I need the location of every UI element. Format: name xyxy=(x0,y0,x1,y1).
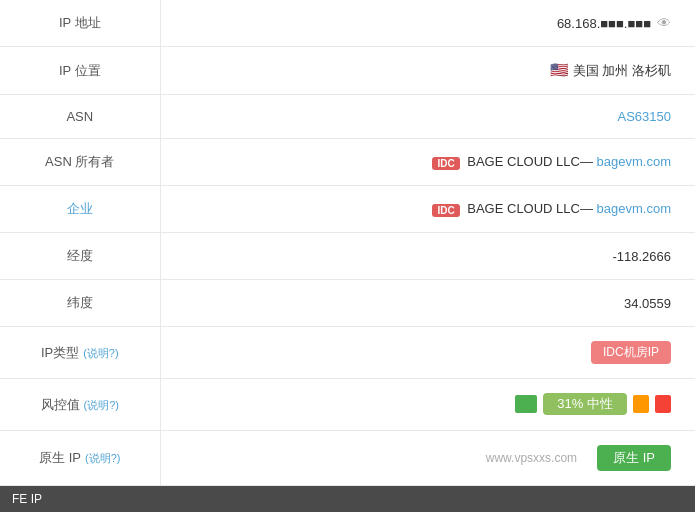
row-label-text-native-ip: 原生 IP xyxy=(39,450,81,465)
row-value-ip-location: 🇺🇸美国 加州 洛杉矶 xyxy=(160,47,695,95)
row-value-asn-owner: IDC BAGE CLOUD LLC— bagevm.com xyxy=(160,139,695,186)
company-link[interactable]: bagevm.com xyxy=(597,201,671,216)
ip-display: 68.168.■■■.■■■👁 xyxy=(177,15,672,31)
table-row-ip-location: IP 位置🇺🇸美国 加州 洛杉矶 xyxy=(0,47,695,95)
ip-text: 68.168.■■■.■■■ xyxy=(557,16,651,31)
row-label-risk-value: 风控值(说明?) xyxy=(0,379,160,431)
table-row-native-ip: 原生 IP(说明?)www.vpsxxs.com原生 IP xyxy=(0,431,695,486)
row-label-asn: ASN xyxy=(0,95,160,139)
company-link[interactable]: bagevm.com xyxy=(597,154,671,169)
row-label-native-ip: 原生 IP(说明?) xyxy=(0,431,160,486)
row-label-text-ip-type: IP类型 xyxy=(41,345,79,360)
row-label-longitude: 经度 xyxy=(0,233,160,280)
info-table: IP 地址68.168.■■■.■■■👁IP 位置🇺🇸美国 加州 洛杉矶ASNA… xyxy=(0,0,695,486)
idc-badge: IDC xyxy=(432,204,459,217)
risk-bar-red xyxy=(655,395,671,413)
table-row-asn: ASNAS63150 xyxy=(0,95,695,139)
value-text: 34.0559 xyxy=(624,296,671,311)
eye-icon[interactable]: 👁 xyxy=(657,15,671,31)
value-text: -118.2666 xyxy=(612,249,671,264)
row-label-ip-type: IP类型(说明?) xyxy=(0,327,160,379)
row-label-ip-address: IP 地址 xyxy=(0,0,160,47)
explain-link-native-ip[interactable]: (说明?) xyxy=(85,452,120,464)
row-label-link-enterprise[interactable]: 企业 xyxy=(67,201,93,216)
table-row-asn-owner: ASN 所有者IDC BAGE CLOUD LLC— bagevm.com xyxy=(0,139,695,186)
risk-bar-orange xyxy=(633,395,649,413)
table-row-latitude: 纬度34.0559 xyxy=(0,280,695,327)
native-ip-url: www.vpsxxs.com xyxy=(486,451,577,465)
row-value-ip-type: IDC机房IP xyxy=(160,327,695,379)
row-label-ip-location: IP 位置 xyxy=(0,47,160,95)
explain-link-ip-type[interactable]: (说明?) xyxy=(83,347,118,359)
explain-link-risk-value[interactable]: (说明?) xyxy=(84,399,119,411)
row-label-enterprise: 企业 xyxy=(0,186,160,233)
row-value-longitude: -118.2666 xyxy=(160,233,695,280)
ip-type-badge: IDC机房IP xyxy=(591,341,671,364)
table-row-longitude: 经度-118.2666 xyxy=(0,233,695,280)
row-value-enterprise: IDC BAGE CLOUD LLC— bagevm.com xyxy=(160,186,695,233)
native-ip-row: www.vpsxxs.com原生 IP xyxy=(177,445,672,471)
row-label-asn-owner: ASN 所有者 xyxy=(0,139,160,186)
flag-icon: 🇺🇸 xyxy=(550,61,569,78)
row-label-text-risk-value: 风控值 xyxy=(41,397,80,412)
location-text: 🇺🇸美国 加州 洛杉矶 xyxy=(550,63,671,78)
row-label-latitude: 纬度 xyxy=(0,280,160,327)
risk-bar-green xyxy=(515,395,537,413)
native-ip-button[interactable]: 原生 IP xyxy=(597,445,671,471)
idc-badge: IDC xyxy=(432,157,459,170)
table-row-ip-type: IP类型(说明?)IDC机房IP xyxy=(0,327,695,379)
row-value-risk-value: 31% 中性 xyxy=(160,379,695,431)
table-row-ip-address: IP 地址68.168.■■■.■■■👁 xyxy=(0,0,695,47)
asn-link[interactable]: AS63150 xyxy=(618,109,672,124)
row-value-ip-address: 68.168.■■■.■■■👁 xyxy=(160,0,695,47)
risk-bar-container: 31% 中性 xyxy=(515,393,671,415)
row-value-asn: AS63150 xyxy=(160,95,695,139)
risk-label: 31% 中性 xyxy=(543,393,627,415)
row-value-latitude: 34.0559 xyxy=(160,280,695,327)
row-value-native-ip: www.vpsxxs.com原生 IP xyxy=(160,431,695,486)
table-row-enterprise: 企业IDC BAGE CLOUD LLC— bagevm.com xyxy=(0,186,695,233)
table-row-risk-value: 风控值(说明?)31% 中性 xyxy=(0,379,695,431)
